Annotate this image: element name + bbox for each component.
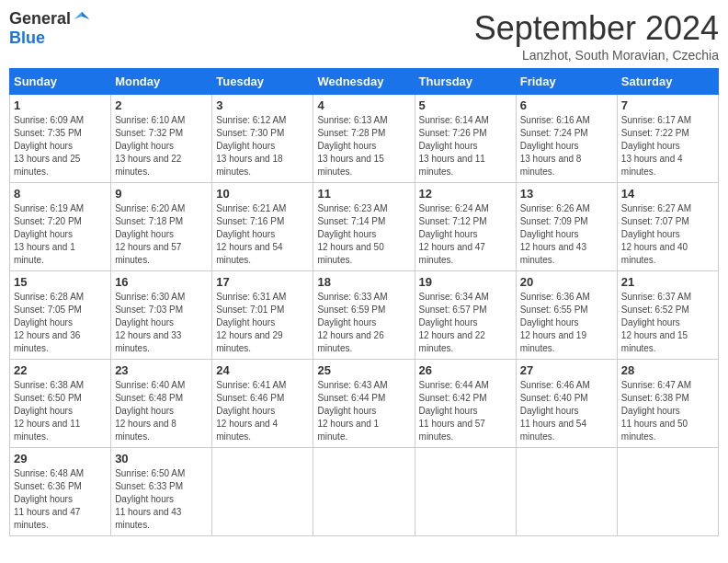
table-row: 16 Sunrise: 6:30 AM Sunset: 7:03 PM Dayl… [111,271,212,360]
week-row: 22 Sunrise: 6:38 AM Sunset: 6:50 PM Dayl… [10,360,719,448]
day-number: 12 [419,187,512,201]
title-area: September 2024 Lanzhot, South Moravian, … [474,9,719,63]
table-row: 13 Sunrise: 6:26 AM Sunset: 7:09 PM Dayl… [516,183,617,271]
table-row: 6 Sunrise: 6:16 AM Sunset: 7:24 PM Dayli… [516,95,617,183]
day-detail: Sunrise: 6:09 AM Sunset: 7:35 PM Dayligh… [14,114,107,178]
col-sunday: Sunday [10,69,111,95]
day-detail: Sunrise: 6:34 AM Sunset: 6:57 PM Dayligh… [419,291,512,355]
col-wednesday: Wednesday [313,69,415,95]
day-detail: Sunrise: 6:17 AM Sunset: 7:22 PM Dayligh… [621,114,714,178]
month-title: September 2024 [474,9,719,48]
day-number: 5 [419,98,512,112]
table-row: 11 Sunrise: 6:23 AM Sunset: 7:14 PM Dayl… [313,183,415,271]
day-detail: Sunrise: 6:48 AM Sunset: 6:36 PM Dayligh… [14,467,107,532]
header: General Blue September 2024 Lanzhot, Sou… [9,9,719,63]
table-row: 7 Sunrise: 6:17 AM Sunset: 7:22 PM Dayli… [617,95,718,183]
table-row: 5 Sunrise: 6:14 AM Sunset: 7:26 PM Dayli… [415,95,516,183]
day-number: 16 [115,275,208,289]
day-number: 6 [520,98,613,112]
table-row: 25 Sunrise: 6:43 AM Sunset: 6:44 PM Dayl… [313,360,415,448]
table-row [516,448,617,536]
table-row: 14 Sunrise: 6:27 AM Sunset: 7:07 PM Dayl… [617,183,718,271]
table-row: 1 Sunrise: 6:09 AM Sunset: 7:35 PM Dayli… [10,95,111,183]
table-row: 28 Sunrise: 6:47 AM Sunset: 6:38 PM Dayl… [617,360,718,448]
table-row [313,448,415,536]
table-row: 17 Sunrise: 6:31 AM Sunset: 7:01 PM Dayl… [212,271,313,360]
day-number: 29 [14,452,107,465]
day-detail: Sunrise: 6:33 AM Sunset: 6:59 PM Dayligh… [317,291,410,355]
week-row: 1 Sunrise: 6:09 AM Sunset: 7:35 PM Dayli… [10,95,719,183]
table-row: 22 Sunrise: 6:38 AM Sunset: 6:50 PM Dayl… [10,360,111,448]
week-row: 29 Sunrise: 6:48 AM Sunset: 6:36 PM Dayl… [10,448,719,536]
table-row: 4 Sunrise: 6:13 AM Sunset: 7:28 PM Dayli… [313,95,415,183]
location-text: Lanzhot, South Moravian, Czechia [474,48,719,63]
table-row: 15 Sunrise: 6:28 AM Sunset: 7:05 PM Dayl… [10,271,111,360]
day-detail: Sunrise: 6:23 AM Sunset: 7:14 PM Dayligh… [317,202,410,267]
logo-blue-text: Blue [9,29,45,48]
day-detail: Sunrise: 6:44 AM Sunset: 6:42 PM Dayligh… [419,379,512,443]
day-detail: Sunrise: 6:30 AM Sunset: 7:03 PM Dayligh… [115,291,208,355]
day-detail: Sunrise: 6:13 AM Sunset: 7:28 PM Dayligh… [317,114,410,178]
day-number: 7 [621,98,714,112]
day-number: 27 [520,363,613,377]
day-number: 3 [216,98,309,112]
day-number: 21 [621,275,714,289]
day-number: 1 [14,98,107,112]
table-row [415,448,516,536]
col-thursday: Thursday [415,69,516,95]
day-number: 17 [216,275,309,289]
table-row: 8 Sunrise: 6:19 AM Sunset: 7:20 PM Dayli… [10,183,111,271]
day-number: 19 [419,275,512,289]
table-row [617,448,718,536]
day-detail: Sunrise: 6:24 AM Sunset: 7:12 PM Dayligh… [419,202,512,267]
logo-icon [73,10,91,29]
day-number: 15 [14,275,107,289]
day-detail: Sunrise: 6:38 AM Sunset: 6:50 PM Dayligh… [14,379,107,443]
table-row: 26 Sunrise: 6:44 AM Sunset: 6:42 PM Dayl… [415,360,516,448]
table-row: 30 Sunrise: 6:50 AM Sunset: 6:33 PM Dayl… [111,448,212,536]
day-detail: Sunrise: 6:27 AM Sunset: 7:07 PM Dayligh… [621,202,714,267]
day-number: 13 [520,187,613,201]
day-detail: Sunrise: 6:14 AM Sunset: 7:26 PM Dayligh… [419,114,512,178]
day-number: 10 [216,187,309,201]
day-number: 11 [317,187,410,201]
day-number: 24 [216,363,309,377]
logo: General Blue [9,9,91,48]
calendar: Sunday Monday Tuesday Wednesday Thursday… [9,68,719,536]
table-row: 3 Sunrise: 6:12 AM Sunset: 7:30 PM Dayli… [212,95,313,183]
day-detail: Sunrise: 6:40 AM Sunset: 6:48 PM Dayligh… [115,379,208,443]
day-number: 22 [14,363,107,377]
table-row: 20 Sunrise: 6:36 AM Sunset: 6:55 PM Dayl… [516,271,617,360]
col-tuesday: Tuesday [212,69,313,95]
day-detail: Sunrise: 6:50 AM Sunset: 6:33 PM Dayligh… [115,467,208,532]
table-row: 27 Sunrise: 6:46 AM Sunset: 6:40 PM Dayl… [516,360,617,448]
day-number: 2 [115,98,208,112]
table-row: 21 Sunrise: 6:37 AM Sunset: 6:52 PM Dayl… [617,271,718,360]
day-detail: Sunrise: 6:47 AM Sunset: 6:38 PM Dayligh… [621,379,714,443]
table-row: 12 Sunrise: 6:24 AM Sunset: 7:12 PM Dayl… [415,183,516,271]
day-number: 9 [115,187,208,201]
week-row: 8 Sunrise: 6:19 AM Sunset: 7:20 PM Dayli… [10,183,719,271]
table-row: 23 Sunrise: 6:40 AM Sunset: 6:48 PM Dayl… [111,360,212,448]
table-row: 24 Sunrise: 6:41 AM Sunset: 6:46 PM Dayl… [212,360,313,448]
day-number: 30 [115,452,208,465]
day-number: 8 [14,187,107,201]
day-number: 4 [317,98,410,112]
day-detail: Sunrise: 6:20 AM Sunset: 7:18 PM Dayligh… [115,202,208,267]
day-detail: Sunrise: 6:10 AM Sunset: 7:32 PM Dayligh… [115,114,208,178]
day-number: 28 [621,363,714,377]
day-detail: Sunrise: 6:31 AM Sunset: 7:01 PM Dayligh… [216,291,309,355]
day-detail: Sunrise: 6:19 AM Sunset: 7:20 PM Dayligh… [14,202,107,267]
day-detail: Sunrise: 6:36 AM Sunset: 6:55 PM Dayligh… [520,291,613,355]
day-detail: Sunrise: 6:26 AM Sunset: 7:09 PM Dayligh… [520,202,613,267]
col-friday: Friday [516,69,617,95]
table-row: 29 Sunrise: 6:48 AM Sunset: 6:36 PM Dayl… [10,448,111,536]
table-row: 9 Sunrise: 6:20 AM Sunset: 7:18 PM Dayli… [111,183,212,271]
day-detail: Sunrise: 6:28 AM Sunset: 7:05 PM Dayligh… [14,291,107,355]
col-saturday: Saturday [617,69,718,95]
day-number: 23 [115,363,208,377]
logo-general-text: General [9,9,71,29]
table-row [212,448,313,536]
table-row: 18 Sunrise: 6:33 AM Sunset: 6:59 PM Dayl… [313,271,415,360]
day-detail: Sunrise: 6:41 AM Sunset: 6:46 PM Dayligh… [216,379,309,443]
